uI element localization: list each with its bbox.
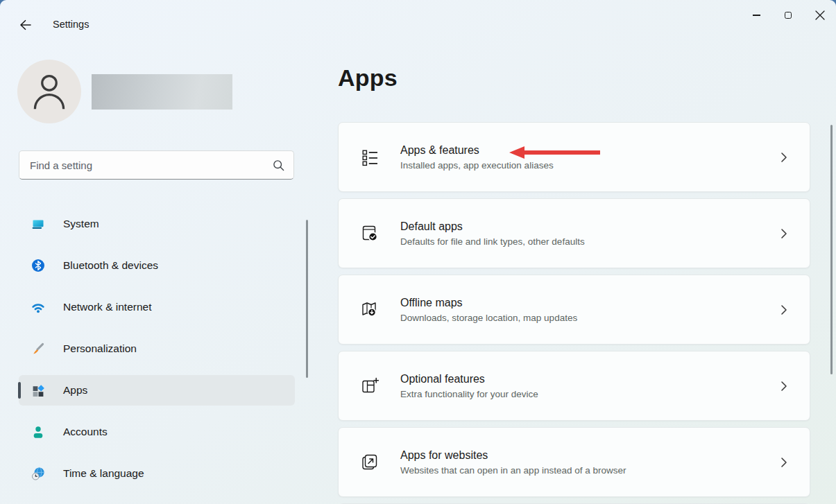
- page-title: Apps: [338, 64, 398, 92]
- card-title: Default apps: [400, 220, 585, 233]
- default-apps-icon: [360, 224, 379, 243]
- apps-for-websites-icon: [360, 453, 379, 472]
- apps-icon: [31, 383, 45, 397]
- person-icon: [28, 60, 70, 118]
- card-subtitle: Websites that can open in an app instead…: [400, 465, 626, 476]
- chevron-right-icon: [780, 152, 787, 163]
- sidebar-item-time-language[interactable]: Time & language: [19, 458, 295, 489]
- sidebar-item-label: Personalization: [63, 342, 137, 355]
- card-optional-features[interactable]: Optional features Extra functionality fo…: [338, 351, 810, 421]
- sidebar-item-label: Accounts: [63, 426, 108, 438]
- back-button[interactable]: [15, 15, 37, 35]
- optional-features-icon: [360, 376, 379, 396]
- close-button[interactable]: [804, 0, 836, 31]
- personalization-icon: [31, 342, 45, 356]
- minimize-button[interactable]: [740, 0, 772, 31]
- sidebar-item-system[interactable]: System: [19, 209, 295, 239]
- search-box: [19, 150, 294, 180]
- card-subtitle: Extra functionality for your device: [400, 389, 538, 399]
- offline-maps-icon: [360, 300, 379, 320]
- card-subtitle: Downloads, storage location, map updates: [400, 313, 577, 323]
- card-text: Optional features Extra functionality fo…: [400, 373, 538, 399]
- card-text: Apps for websites Websites that can open…: [400, 449, 626, 476]
- sidebar-item-label: Apps: [63, 384, 87, 397]
- card-subtitle: Defaults for file and link types, other …: [400, 236, 585, 247]
- card-apps-features[interactable]: Apps & features Installed apps, app exec…: [338, 122, 810, 192]
- sidebar-item-accounts[interactable]: Accounts: [19, 417, 295, 447]
- sidebar-nav: System Bluetooth & devices: [19, 209, 295, 500]
- chevron-right-icon: [780, 381, 787, 392]
- main-content: Apps Apps & features Installed apps, app…: [338, 42, 836, 504]
- maximize-button[interactable]: [772, 0, 804, 31]
- card-title: Apps for websites: [400, 449, 626, 462]
- selected-indicator-pill: [18, 382, 21, 399]
- sidebar-item-label: Network & internet: [63, 301, 152, 313]
- minimize-icon: [753, 15, 760, 15]
- search-input[interactable]: [19, 159, 273, 171]
- bluetooth-icon: [31, 259, 45, 272]
- chevron-right-icon: [780, 228, 787, 239]
- avatar: [17, 60, 81, 123]
- settings-window: Settings: [0, 0, 836, 504]
- chevron-right-icon: [780, 304, 787, 315]
- window-controls: [740, 0, 836, 31]
- close-icon: [815, 10, 825, 20]
- sidebar-item-label: Bluetooth & devices: [63, 259, 158, 272]
- card-title: Offline maps: [400, 297, 577, 309]
- sidebar: System Bluetooth & devices: [0, 42, 319, 504]
- red-arrow-annotation: [509, 145, 601, 163]
- sidebar-item-bluetooth-devices[interactable]: Bluetooth & devices: [19, 250, 295, 281]
- card-title: Optional features: [400, 373, 538, 385]
- sidebar-item-network-internet[interactable]: Network & internet: [19, 292, 295, 322]
- apps-features-icon: [360, 148, 379, 167]
- sidebar-item-label: System: [63, 218, 99, 230]
- card-offline-maps[interactable]: Offline maps Downloads, storage location…: [338, 275, 810, 345]
- redacted-user-name: [92, 74, 232, 110]
- time-language-icon: [31, 467, 45, 480]
- card-default-apps[interactable]: Default apps Defaults for file and link …: [338, 198, 810, 268]
- card-apps-for-websites[interactable]: Apps for websites Websites that can open…: [338, 427, 810, 497]
- settings-cards: Apps & features Installed apps, app exec…: [338, 122, 810, 504]
- sidebar-item-label: Time & language: [63, 467, 144, 480]
- sidebar-item-apps[interactable]: Apps: [19, 375, 295, 406]
- card-text: Offline maps Downloads, storage location…: [400, 297, 577, 323]
- back-arrow-icon: [19, 19, 33, 31]
- accounts-icon: [31, 425, 45, 439]
- chevron-right-icon: [780, 457, 787, 468]
- network-icon: [31, 300, 45, 314]
- card-text: Default apps Defaults for file and link …: [400, 220, 585, 247]
- title-bar: Settings: [0, 0, 836, 42]
- main-scrollbar[interactable]: [830, 125, 833, 374]
- sidebar-scrollbar[interactable]: [306, 220, 308, 378]
- window-title: Settings: [53, 19, 89, 30]
- sidebar-item-personalization[interactable]: Personalization: [19, 333, 295, 364]
- system-icon: [31, 217, 45, 231]
- maximize-icon: [785, 12, 792, 19]
- search-icon: [273, 159, 293, 171]
